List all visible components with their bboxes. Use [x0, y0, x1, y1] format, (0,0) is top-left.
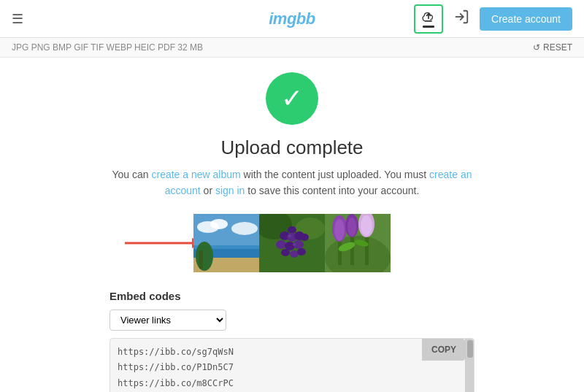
header: ☰ imgbb Create account [0, 0, 584, 38]
scrollbar-thumb[interactable] [467, 340, 473, 358]
checkmark-icon: ✓ [281, 85, 303, 112]
svg-point-6 [210, 219, 228, 229]
header-right: Create account [414, 4, 572, 34]
svg-point-36 [347, 218, 356, 237]
desc-suffix: to save this content into your account. [247, 185, 419, 196]
svg-point-28 [293, 243, 296, 246]
sign-in-link[interactable]: sign in [215, 185, 245, 196]
beach-photo[interactable] [193, 214, 259, 272]
main-content: ✓ Upload complete You can create a new a… [0, 58, 584, 392]
links-box: https://ibb.co/sg7qWsN https://ibb.co/P1… [110, 338, 474, 392]
hamburger-icon[interactable]: ☰ [12, 11, 23, 27]
links-text: https://ibb.co/sg7qWsN https://ibb.co/P1… [110, 339, 422, 392]
grapes-photo[interactable] [259, 214, 325, 272]
beach-image [193, 214, 259, 272]
flowers-photo[interactable] [325, 214, 391, 272]
svg-point-16 [288, 226, 296, 234]
signin-icon[interactable] [449, 4, 474, 33]
scrollbar[interactable] [465, 339, 474, 392]
upload-button[interactable] [414, 4, 443, 34]
cloud-upload-icon [421, 9, 436, 24]
grapes-image [259, 214, 325, 272]
link-2: https://ibb.co/P1Dn5C7 [118, 360, 415, 376]
svg-rect-37 [365, 234, 369, 265]
create-album-link[interactable]: create a new album [152, 169, 241, 180]
logo: imgbb [269, 9, 315, 28]
svg-rect-31 [338, 239, 342, 265]
embed-title: Embed codes [110, 290, 474, 302]
sub-header: JPG PNG BMP GIF TIF WEBP HEIC PDF 32 MB … [0, 38, 584, 58]
create-account-button[interactable]: Create account [480, 7, 572, 31]
svg-point-26 [297, 248, 306, 255]
reset-label: RESET [543, 42, 572, 53]
upload-bar [423, 26, 434, 28]
photos-container [193, 214, 391, 272]
formats-label: JPG PNG BMP GIF TIF WEBP HEIC PDF 32 MB [12, 42, 203, 53]
desc-prefix: You can [112, 169, 152, 180]
svg-point-7 [231, 222, 258, 235]
embed-dropdown-row: Viewer links Direct links HTML links BBC… [110, 310, 474, 331]
link-1: https://ibb.co/sg7qWsN [118, 345, 415, 361]
link-3: https://ibb.co/m8CCrPC [118, 376, 415, 392]
desc-middle: with the content just uploaded. You must [244, 169, 430, 180]
embed-type-select[interactable]: Viewer links Direct links HTML links BBC… [110, 310, 226, 331]
header-left: ☰ [12, 11, 23, 27]
success-circle: ✓ [266, 72, 318, 125]
svg-rect-12 [199, 250, 203, 269]
reset-icon: ↺ [533, 42, 540, 53]
svg-point-11 [196, 242, 213, 271]
upload-complete-title: Upload complete [220, 137, 363, 159]
upload-description: You can create a new album with the cont… [110, 166, 474, 199]
svg-point-27 [288, 234, 291, 237]
flowers-image [325, 214, 391, 272]
copy-button[interactable]: COPY [422, 339, 465, 361]
desc-or: or [204, 185, 215, 196]
reset-button[interactable]: ↺ RESET [533, 42, 572, 53]
svg-point-33 [334, 219, 345, 241]
images-row [12, 214, 572, 272]
svg-point-20 [276, 240, 286, 249]
embed-section: Embed codes Viewer links Direct links HT… [102, 290, 482, 392]
svg-point-24 [281, 249, 290, 256]
svg-point-39 [361, 215, 372, 236]
svg-rect-34 [350, 236, 354, 265]
svg-point-23 [300, 234, 309, 241]
